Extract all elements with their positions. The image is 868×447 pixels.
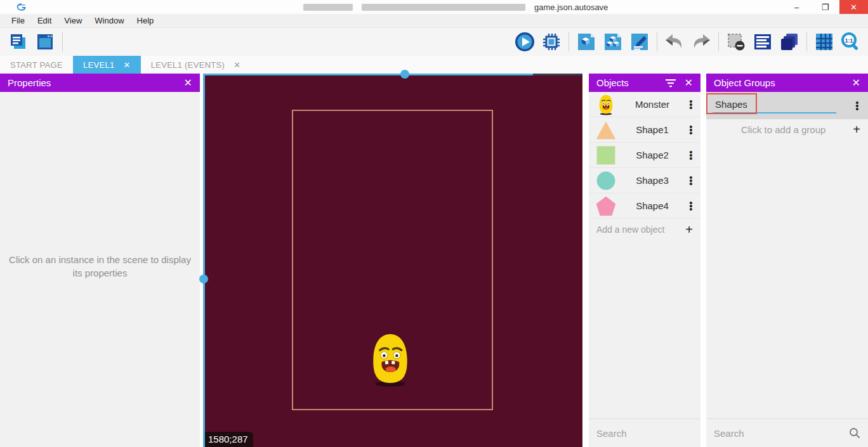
close-panel-icon[interactable]: ✕ — [685, 77, 693, 89]
object-menu-icon[interactable]: ••• — [687, 100, 695, 109]
menu-file[interactable]: File — [5, 15, 31, 27]
tab-label: LEVEL1 — [83, 60, 115, 70]
minimize-button[interactable]: – — [782, 0, 811, 14]
start-page-window-icon[interactable] — [33, 30, 57, 53]
groups-search-row — [706, 418, 868, 447]
add-group-row[interactable]: Click to add a group + — [706, 119, 868, 139]
object-name: Shape2 — [618, 150, 687, 160]
search-icon — [849, 427, 860, 439]
object-groups-panel: Object Groups ✕ ••• Click to add a group… — [706, 74, 868, 447]
object-menu-icon[interactable]: ••• — [687, 176, 695, 185]
objects-header: Objects ✕ — [589, 74, 700, 92]
toolbar-separator — [569, 32, 569, 51]
instances-list-icon[interactable] — [751, 30, 775, 53]
main-content: Properties ✕ Click on an instance in the… — [0, 74, 868, 447]
objects-panel: Objects ✕ Monster ••• Shape1 • — [589, 74, 700, 447]
pentagon-thumbnail — [594, 195, 618, 217]
objects-search-input[interactable] — [596, 428, 723, 439]
undo-icon[interactable] — [662, 30, 687, 53]
tab-label: START PAGE — [10, 60, 63, 70]
toolbar: 1:1 — [0, 28, 868, 56]
object-groups-title: Object Groups — [714, 77, 775, 88]
zoom-original-icon[interactable]: 1:1 — [839, 30, 863, 53]
object-name: Shape4 — [618, 200, 687, 211]
redo-icon[interactable] — [689, 30, 713, 53]
window-title-text: game.json.autosave — [534, 3, 608, 12]
tab-close-icon[interactable]: ✕ — [123, 60, 130, 70]
object-name: Shape3 — [618, 175, 687, 186]
layers-icon[interactable] — [777, 30, 801, 53]
object-row-shape1[interactable]: Shape1 ••• — [589, 117, 700, 143]
scene-canvas[interactable]: 1580;287 — [203, 74, 582, 447]
toggle-mask-icon[interactable] — [724, 30, 748, 53]
grid-icon[interactable] — [812, 30, 836, 53]
properties-empty-message: Click on an instance in the scene to dis… — [0, 253, 200, 280]
menu-view[interactable]: View — [58, 15, 88, 27]
menu-window[interactable]: Window — [88, 15, 130, 27]
tab-bar: START PAGE LEVEL1 ✕ LEVEL1 (EVENTS) ✕ — [0, 56, 868, 74]
toolbar-separator — [62, 32, 63, 51]
object-name: Monster — [618, 99, 687, 110]
group-menu-icon[interactable]: ••• — [853, 101, 862, 110]
object-name: Shape1 — [618, 124, 687, 135]
restore-button[interactable]: ❐ — [811, 0, 839, 14]
square-thumbnail — [594, 144, 618, 167]
triangle-thumbnail — [594, 119, 618, 141]
zoom-level-label: 1:1 — [845, 37, 853, 44]
toolbar-separator — [657, 32, 657, 51]
selection-border-left — [203, 74, 205, 447]
circle-thumbnail — [594, 169, 618, 192]
toolbar-separator — [718, 32, 719, 51]
object-row-shape4[interactable]: Shape4 ••• — [589, 193, 700, 219]
project-manager-icon[interactable] — [6, 30, 30, 53]
object-row-shape2[interactable]: Shape2 ••• — [589, 143, 700, 168]
window-title: game.json.autosave — [303, 2, 608, 12]
debugger-icon[interactable] — [539, 30, 563, 53]
group-name-input[interactable] — [713, 98, 836, 113]
edit-scene-icon[interactable] — [628, 30, 652, 53]
close-panel-icon[interactable]: ✕ — [852, 77, 860, 89]
filter-icon[interactable] — [666, 79, 676, 87]
selection-border-top — [203, 74, 533, 75]
objects-title: Objects — [596, 77, 629, 88]
object-menu-icon[interactable]: ••• — [687, 125, 695, 134]
tab-level1-events[interactable]: LEVEL1 (EVENTS) ✕ — [141, 56, 251, 74]
add-object-label: Add a new object — [596, 224, 664, 235]
gdevelop-logo-icon — [16, 3, 27, 11]
tab-close-icon[interactable]: ✕ — [233, 60, 240, 70]
tab-level1[interactable]: LEVEL1 ✕ — [73, 56, 141, 74]
monster-instance[interactable] — [367, 324, 414, 395]
groups-search-input[interactable] — [714, 428, 849, 439]
add-object-icon[interactable] — [574, 30, 598, 53]
resize-handle-left[interactable] — [199, 275, 208, 283]
close-panel-icon[interactable]: ✕ — [184, 77, 192, 89]
cursor-coordinates: 1580;287 — [205, 432, 253, 447]
menu-edit[interactable]: Edit — [31, 15, 58, 27]
toolbar-separator — [806, 32, 807, 51]
plus-icon[interactable]: + — [853, 122, 860, 137]
objects-search-row — [589, 418, 700, 447]
properties-title: Properties — [8, 77, 51, 88]
scene-top-edge — [533, 74, 582, 75]
add-group-label: Click to add a group — [714, 124, 853, 135]
object-groups-header: Object Groups ✕ — [706, 74, 868, 92]
group-name-edit-row: ••• — [706, 92, 868, 119]
plus-icon[interactable]: + — [685, 223, 693, 237]
menubar: File Edit View Window Help — [0, 14, 868, 28]
resize-handle-top[interactable] — [400, 70, 409, 79]
tab-start-page[interactable]: START PAGE — [0, 56, 73, 74]
object-row-shape3[interactable]: Shape3 ••• — [589, 168, 700, 193]
add-object-group-icon[interactable] — [601, 30, 625, 53]
object-menu-icon[interactable]: ••• — [687, 150, 695, 160]
menu-help[interactable]: Help — [131, 15, 161, 27]
play-icon[interactable] — [513, 30, 537, 53]
tab-label: LEVEL1 (EVENTS) — [151, 60, 225, 70]
properties-header: Properties ✕ — [0, 74, 200, 92]
object-row-monster[interactable]: Monster ••• — [589, 92, 700, 117]
window-controls: – ❐ ✕ — [782, 0, 868, 14]
close-button[interactable]: ✕ — [839, 0, 868, 14]
redacted-title-segment — [303, 4, 353, 11]
redacted-title-segment — [362, 4, 525, 11]
add-object-row[interactable]: Add a new object + — [589, 219, 700, 240]
object-menu-icon[interactable]: ••• — [687, 201, 695, 211]
